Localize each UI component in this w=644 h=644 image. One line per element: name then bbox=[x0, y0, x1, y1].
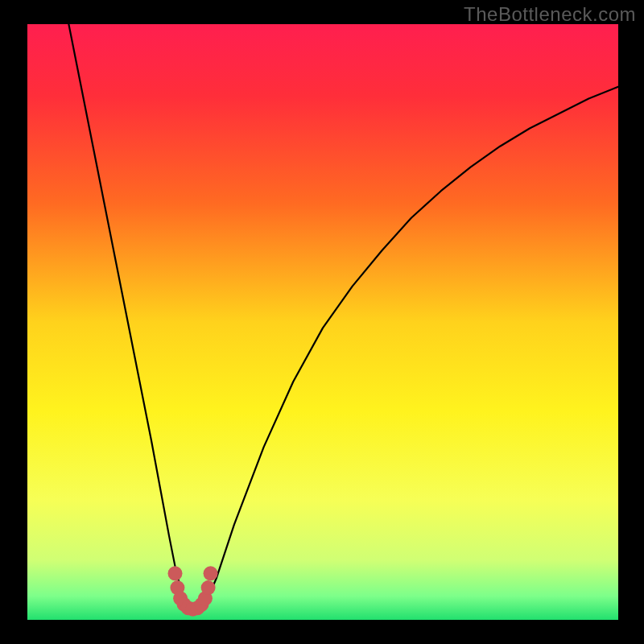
watermark-text: TheBottleneck.com bbox=[464, 3, 636, 26]
chart-svg bbox=[27, 24, 618, 620]
gradient-background bbox=[27, 24, 618, 620]
highlight-marker bbox=[168, 566, 183, 580]
highlight-marker bbox=[201, 580, 216, 595]
bottleneck-chart bbox=[27, 24, 618, 620]
highlight-marker bbox=[204, 566, 218, 580]
